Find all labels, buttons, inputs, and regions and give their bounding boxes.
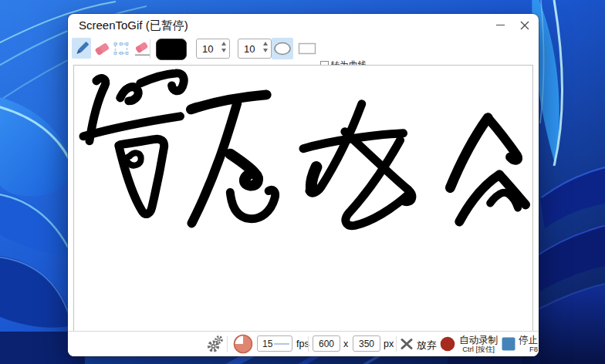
minimize-icon xyxy=(496,25,505,25)
rectangle-shape-button[interactable] xyxy=(296,38,318,59)
width-value: 600 xyxy=(313,339,340,349)
px-unit-label: px xyxy=(384,339,394,349)
gear-icon xyxy=(205,335,224,353)
settings-button[interactable] xyxy=(205,335,224,356)
selection-eraser-button[interactable] xyxy=(112,38,130,59)
height-value: 350 xyxy=(353,339,380,349)
close-icon xyxy=(520,21,529,30)
height-input[interactable]: 350 xyxy=(353,335,380,352)
auto-record-shortcut: Ctrl [按住] xyxy=(458,345,499,353)
ellipse-icon xyxy=(273,42,292,56)
rectangle-icon xyxy=(298,42,316,55)
stop-shortcut: F8 xyxy=(518,345,538,353)
pie-timer-icon xyxy=(233,334,253,354)
bottom-bar-separator xyxy=(227,336,228,352)
spinner-arrows[interactable] xyxy=(221,42,226,52)
screentogif-window: ScreenToGif (已暂停) xyxy=(68,14,539,356)
canvas-drawing xyxy=(74,66,532,332)
stop-label: 停止 xyxy=(518,335,538,345)
discard-label[interactable]: 放弃 xyxy=(417,339,437,352)
size-value: 10 xyxy=(244,43,255,55)
drawing-canvas[interactable] xyxy=(73,65,533,332)
auto-record-label: 自动录制 xyxy=(458,335,499,345)
discard-button[interactable] xyxy=(401,338,413,353)
record-circle-icon xyxy=(440,336,455,352)
fps-mini-slider[interactable] xyxy=(274,342,289,345)
size-spinner[interactable]: 10 xyxy=(238,39,272,59)
bottom-bar-separator xyxy=(396,336,397,352)
thickness-value: 10 xyxy=(202,43,213,55)
eraser-tool-button[interactable] xyxy=(92,38,111,59)
stop-square-icon xyxy=(502,337,515,351)
size-x-label: x xyxy=(343,339,348,349)
thickness-spinner[interactable]: 10 xyxy=(196,39,230,59)
ellipse-shape-button[interactable] xyxy=(272,38,293,59)
spinner-arrows[interactable] xyxy=(263,42,268,52)
minimize-button[interactable] xyxy=(488,16,512,34)
eraser-icon xyxy=(93,39,111,58)
fps-input[interactable]: 15 xyxy=(257,335,292,352)
fps-value: 15 xyxy=(262,339,272,349)
dashed-selection-icon xyxy=(112,39,130,58)
close-button[interactable] xyxy=(513,16,536,34)
pen-tool-button[interactable] xyxy=(72,38,91,59)
color-swatch[interactable] xyxy=(156,39,187,60)
discard-x-icon xyxy=(401,338,413,350)
width-input[interactable]: 600 xyxy=(313,335,340,352)
recorder-bottom-bar: 15 fps 600 x 350 px 放弃 自动录制 xyxy=(68,331,539,356)
eraser-line-icon xyxy=(133,39,152,58)
pencil-icon xyxy=(73,39,91,58)
window-title: ScreenToGif (已暂停) xyxy=(79,19,188,33)
drawing-toolbar: 10 10 转为曲线 荧光笔 xyxy=(68,35,539,65)
stop-button[interactable] xyxy=(502,337,515,354)
stop-labels[interactable]: 停止 F8 xyxy=(518,335,538,353)
bottom-bar-separator xyxy=(308,336,309,352)
frame-delay-button[interactable] xyxy=(233,334,253,356)
auto-record-labels[interactable]: 自动录制 Ctrl [按住] xyxy=(458,335,499,353)
auto-record-button[interactable] xyxy=(440,336,455,355)
titlebar[interactable]: ScreenToGif (已暂停) xyxy=(68,14,539,35)
toolbar-separator xyxy=(150,39,150,59)
